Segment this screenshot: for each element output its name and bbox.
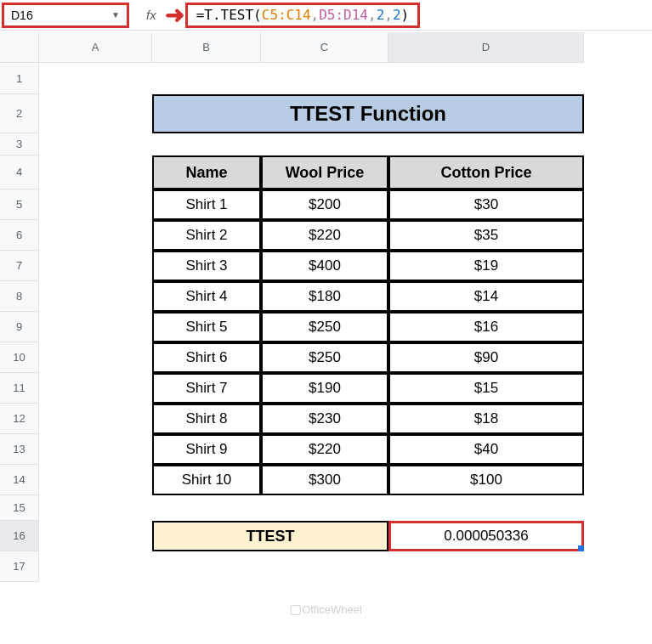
cell-cotton[interactable]: $19 (388, 251, 584, 281)
cell[interactable] (261, 63, 388, 94)
cell[interactable] (39, 434, 152, 465)
cell[interactable] (152, 133, 261, 155)
row-header-2[interactable]: 2 (0, 94, 39, 133)
cell-name[interactable]: Shirt 4 (152, 281, 261, 312)
cell-wool[interactable]: $300 (261, 465, 388, 495)
cell-name[interactable]: Shirt 5 (152, 312, 261, 342)
cell[interactable] (39, 373, 152, 404)
row-header-10[interactable]: 10 (0, 342, 39, 373)
row-header-5[interactable]: 5 (0, 189, 39, 220)
cell-name[interactable]: Shirt 8 (152, 404, 261, 434)
cell-cotton[interactable]: $14 (388, 281, 584, 312)
table-row: Shirt 10 $300 $100 (39, 465, 584, 495)
cell-wool[interactable]: $230 (261, 404, 388, 434)
cell[interactable] (39, 521, 152, 551)
table-row (39, 63, 584, 94)
row-header-17[interactable]: 17 (0, 551, 39, 582)
header-wool[interactable]: Wool Price (261, 155, 388, 189)
row-header-4[interactable]: 4 (0, 155, 39, 189)
cell-wool[interactable]: $200 (261, 189, 388, 220)
cell-cotton[interactable]: $100 (388, 465, 584, 495)
watermark: OfficeWheel (290, 603, 362, 616)
cell[interactable] (39, 155, 152, 189)
formula-text: =T.TEST(C5:C14,D5:D14,2,2) (196, 7, 410, 23)
formula-input[interactable]: =T.TEST(C5:C14,D5:D14,2,2) (185, 3, 421, 28)
row-header-3[interactable]: 3 (0, 133, 39, 155)
row-header-11[interactable]: 11 (0, 373, 39, 404)
cell[interactable] (39, 133, 152, 155)
row-header-7[interactable]: 7 (0, 251, 39, 281)
cell-cotton[interactable]: $90 (388, 342, 584, 373)
cell-name[interactable]: Shirt 1 (152, 189, 261, 220)
cell[interactable] (261, 495, 388, 521)
cell[interactable] (388, 133, 584, 155)
table-row: Shirt 7 $190 $15 (39, 373, 584, 404)
col-header-C[interactable]: C (261, 32, 388, 63)
cell[interactable] (388, 63, 584, 94)
col-header-A[interactable]: A (39, 32, 152, 63)
cell-wool[interactable]: $250 (261, 342, 388, 373)
cell-name[interactable]: Shirt 9 (152, 434, 261, 465)
cell[interactable] (388, 551, 584, 582)
cell-wool[interactable]: $400 (261, 251, 388, 281)
cell[interactable] (152, 551, 261, 582)
cell-name[interactable]: Shirt 10 (152, 465, 261, 495)
cell[interactable] (39, 551, 152, 582)
cell-cotton[interactable]: $16 (388, 312, 584, 342)
row-header-8[interactable]: 8 (0, 281, 39, 312)
cell-cotton[interactable]: $35 (388, 220, 584, 251)
select-all-corner[interactable] (0, 32, 39, 63)
cell[interactable] (152, 63, 261, 94)
cell[interactable] (39, 342, 152, 373)
table-row (39, 551, 584, 582)
cell-wool[interactable]: $180 (261, 281, 388, 312)
cell[interactable] (39, 189, 152, 220)
col-header-D[interactable]: D (388, 32, 584, 63)
cell[interactable] (39, 465, 152, 495)
cell[interactable] (39, 404, 152, 434)
cell[interactable] (39, 251, 152, 281)
ttest-label-cell[interactable]: TTEST (152, 521, 388, 551)
cell[interactable] (39, 63, 152, 94)
cell[interactable] (39, 312, 152, 342)
col-header-B[interactable]: B (152, 32, 261, 63)
row-header-13[interactable]: 13 (0, 434, 39, 465)
cell-wool[interactable]: $220 (261, 434, 388, 465)
row-header-15[interactable]: 15 (0, 495, 39, 521)
cell[interactable] (152, 495, 261, 521)
cell[interactable] (261, 133, 388, 155)
table-row (39, 495, 584, 521)
row-header-1[interactable]: 1 (0, 63, 39, 94)
cell-cotton[interactable]: $30 (388, 189, 584, 220)
row-header-16[interactable]: 16 (0, 521, 39, 551)
row-header-14[interactable]: 14 (0, 465, 39, 495)
cell[interactable] (39, 495, 152, 521)
cell-name[interactable]: Shirt 3 (152, 251, 261, 281)
row-header-12[interactable]: 12 (0, 404, 39, 434)
cell-wool[interactable]: $190 (261, 373, 388, 404)
cell-cotton[interactable]: $15 (388, 373, 584, 404)
cell-name[interactable]: Shirt 7 (152, 373, 261, 404)
cell[interactable] (39, 220, 152, 251)
cell[interactable] (39, 281, 152, 312)
cell[interactable] (388, 495, 584, 521)
ttest-result-cell[interactable]: 0.000050336 (388, 521, 584, 551)
grid-area: A B C D TTEST Function (39, 32, 584, 582)
cell-cotton[interactable]: $40 (388, 434, 584, 465)
title-cell[interactable]: TTEST Function (152, 94, 584, 133)
chevron-down-icon[interactable]: ▼ (111, 10, 120, 20)
cell-name[interactable]: Shirt 6 (152, 342, 261, 373)
cell-cotton[interactable]: $18 (388, 404, 584, 434)
name-box[interactable]: D16 ▼ (2, 3, 129, 28)
cell[interactable] (261, 551, 388, 582)
cell-wool[interactable]: $220 (261, 220, 388, 251)
cell[interactable] (39, 94, 152, 133)
row-header-6[interactable]: 6 (0, 220, 39, 251)
header-name[interactable]: Name (152, 155, 261, 189)
sheet-container: 1 2 3 4 5 6 7 8 9 10 11 12 13 14 15 16 1… (0, 32, 584, 582)
arrow-icon: ➜ (165, 1, 184, 29)
row-header-9[interactable]: 9 (0, 312, 39, 342)
cell-name[interactable]: Shirt 2 (152, 220, 261, 251)
header-cotton[interactable]: Cotton Price (388, 155, 584, 189)
cell-wool[interactable]: $250 (261, 312, 388, 342)
